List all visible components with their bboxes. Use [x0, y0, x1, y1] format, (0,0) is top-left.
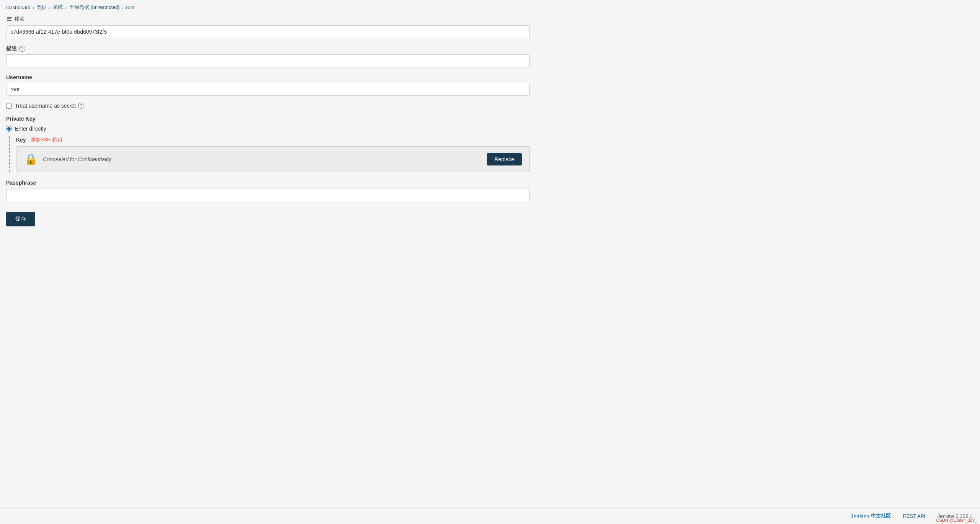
svg-rect-0 — [7, 17, 12, 18]
watermark: CSDN @Coder_Boy_ — [936, 518, 977, 522]
move-icon — [6, 15, 13, 22]
treat-username-help-icon[interactable]: ? — [78, 103, 84, 109]
replace-button[interactable]: Replace — [487, 153, 522, 165]
passphrase-input[interactable] — [6, 188, 530, 201]
treat-username-checkbox[interactable] — [6, 103, 12, 109]
description-field: 描述 ? — [6, 45, 530, 67]
breadcrumb-dashboard[interactable]: Dashboard — [6, 5, 31, 10]
main-content: 描述 ? Username Treat username as secret ?… — [0, 25, 536, 508]
treat-username-row: Treat username as secret ? — [6, 103, 530, 109]
private-key-section: Private Key Enter directly Key 添加SSH 私钥 … — [6, 116, 530, 172]
treat-username-label: Treat username as secret ? — [15, 103, 84, 109]
description-help-icon[interactable]: ? — [19, 46, 25, 52]
enter-directly-label: Enter directly — [15, 126, 46, 132]
username-field: Username — [6, 74, 530, 96]
description-label: 描述 ? — [6, 45, 530, 52]
lock-icon: 🔒 — [24, 153, 38, 165]
svg-rect-1 — [7, 18, 11, 19]
key-label: Key — [16, 137, 26, 143]
breadcrumb-root[interactable]: root — [126, 5, 134, 10]
passphrase-label: Passphrase — [6, 180, 530, 186]
svg-rect-2 — [7, 20, 11, 21]
move-link[interactable]: 移动 — [0, 15, 980, 25]
breadcrumb-credentials[interactable]: 凭据 — [37, 4, 47, 11]
enter-directly-radio[interactable] — [6, 126, 12, 132]
username-label: Username — [6, 74, 530, 80]
concealed-left: 🔒 Concealed for Confidentiality — [24, 153, 111, 165]
rest-api-link[interactable]: REST API — [903, 513, 925, 519]
breadcrumb-sep-3: › — [65, 5, 67, 10]
enter-directly-row: Enter directly — [6, 126, 530, 132]
footer: Jenkins 中文社区 REST API Jenkins 2.332.1 CS… — [0, 508, 980, 524]
key-section: Key 添加SSH 私钥 🔒 Concealed for Confidentia… — [9, 136, 530, 172]
breadcrumb-sep-2: › — [49, 5, 51, 10]
breadcrumb-sep-1: › — [33, 5, 34, 10]
username-input[interactable] — [6, 83, 530, 96]
private-key-title: Private Key — [6, 116, 530, 122]
breadcrumb-global[interactable]: 全局凭据 (unrestricted) — [69, 4, 120, 11]
add-ssh-link[interactable]: 添加SSH 私钥 — [31, 136, 62, 143]
uuid-input[interactable] — [6, 25, 530, 38]
uuid-field — [6, 25, 530, 38]
footer-brand: Jenkins 中文社区 — [851, 513, 891, 519]
concealed-box: 🔒 Concealed for Confidentiality Replace — [16, 146, 530, 172]
concealed-text: Concealed for Confidentiality — [43, 156, 111, 162]
move-label: 移动 — [15, 15, 24, 22]
description-input[interactable] — [6, 54, 530, 67]
breadcrumb-sep-4: › — [122, 5, 124, 10]
key-label-row: Key 添加SSH 私钥 — [16, 136, 530, 143]
save-button[interactable]: 保存 — [6, 212, 35, 226]
breadcrumb-system[interactable]: 系统 — [53, 4, 63, 11]
breadcrumb: Dashboard › 凭据 › 系统 › 全局凭据 (unrestricted… — [0, 0, 980, 15]
passphrase-field: Passphrase — [6, 180, 530, 201]
